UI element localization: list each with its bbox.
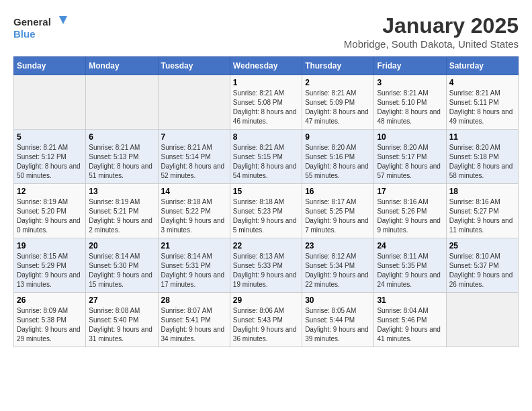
day-header-monday: Monday (86, 57, 158, 75)
svg-text:General: General (13, 16, 51, 28)
calendar-cell: 23Sunrise: 8:12 AMSunset: 5:34 PMDayligh… (302, 238, 374, 293)
calendar-cell: 28Sunrise: 8:07 AMSunset: 5:41 PMDayligh… (158, 293, 230, 347)
day-number: 11 (449, 132, 515, 142)
calendar-cell: 16Sunrise: 8:17 AMSunset: 5:25 PMDayligh… (302, 184, 374, 238)
svg-text:Blue: Blue (13, 28, 36, 40)
day-info: Sunrise: 8:19 AMSunset: 5:21 PMDaylight:… (89, 197, 154, 235)
calendar-week-4: 19Sunrise: 8:15 AMSunset: 5:29 PMDayligh… (14, 238, 519, 293)
day-header-thursday: Thursday (302, 57, 374, 75)
day-info: Sunrise: 8:07 AMSunset: 5:41 PMDaylight:… (161, 306, 227, 344)
day-number: 6 (89, 132, 154, 142)
calendar-cell: 17Sunrise: 8:16 AMSunset: 5:26 PMDayligh… (374, 184, 446, 238)
day-info: Sunrise: 8:14 AMSunset: 5:30 PMDaylight:… (89, 252, 154, 289)
day-number: 15 (233, 187, 299, 196)
day-number: 4 (449, 78, 515, 87)
day-number: 29 (233, 295, 299, 305)
calendar-cell: 5Sunrise: 8:21 AMSunset: 5:12 PMDaylight… (14, 130, 86, 184)
day-number: 16 (305, 187, 371, 196)
day-number: 1 (233, 78, 299, 87)
day-number: 26 (17, 295, 83, 305)
day-info: Sunrise: 8:11 AMSunset: 5:35 PMDaylight:… (377, 252, 443, 289)
day-number: 12 (17, 187, 83, 196)
calendar-cell: 20Sunrise: 8:14 AMSunset: 5:30 PMDayligh… (86, 238, 158, 293)
calendar-cell: 29Sunrise: 8:06 AMSunset: 5:43 PMDayligh… (230, 293, 302, 347)
calendar-cell (158, 75, 230, 130)
day-header-friday: Friday (374, 57, 446, 75)
calendar-cell: 8Sunrise: 8:21 AMSunset: 5:15 PMDaylight… (230, 130, 302, 184)
day-number: 13 (89, 187, 154, 196)
day-number: 18 (449, 187, 515, 196)
day-info: Sunrise: 8:16 AMSunset: 5:26 PMDaylight:… (377, 197, 443, 235)
day-header-wednesday: Wednesday (230, 57, 302, 75)
day-number: 22 (233, 241, 299, 250)
day-info: Sunrise: 8:21 AMSunset: 5:11 PMDaylight:… (449, 89, 515, 126)
header: General Blue January 2025 Mobridge, Sout… (13, 13, 519, 50)
day-info: Sunrise: 8:12 AMSunset: 5:34 PMDaylight:… (305, 252, 371, 289)
calendar-cell: 18Sunrise: 8:16 AMSunset: 5:27 PMDayligh… (446, 184, 518, 238)
day-number: 7 (161, 132, 227, 142)
calendar-cell: 11Sunrise: 8:20 AMSunset: 5:18 PMDayligh… (446, 130, 518, 184)
day-info: Sunrise: 8:21 AMSunset: 5:12 PMDaylight:… (17, 143, 83, 181)
calendar-cell (446, 293, 518, 347)
day-info: Sunrise: 8:21 AMSunset: 5:10 PMDaylight:… (377, 89, 443, 126)
day-number: 27 (89, 295, 154, 305)
calendar-cell: 10Sunrise: 8:20 AMSunset: 5:17 PMDayligh… (374, 130, 446, 184)
main-title: January 2025 (344, 13, 519, 38)
day-info: Sunrise: 8:09 AMSunset: 5:38 PMDaylight:… (17, 306, 83, 344)
calendar-cell: 22Sunrise: 8:13 AMSunset: 5:33 PMDayligh… (230, 238, 302, 293)
calendar-cell: 24Sunrise: 8:11 AMSunset: 5:35 PMDayligh… (374, 238, 446, 293)
calendar-cell: 19Sunrise: 8:15 AMSunset: 5:29 PMDayligh… (14, 238, 86, 293)
calendar-cell: 31Sunrise: 8:04 AMSunset: 5:46 PMDayligh… (374, 293, 446, 347)
day-info: Sunrise: 8:15 AMSunset: 5:29 PMDaylight:… (17, 252, 83, 289)
day-number: 14 (161, 187, 227, 196)
day-info: Sunrise: 8:06 AMSunset: 5:43 PMDaylight:… (233, 306, 299, 344)
day-info: Sunrise: 8:21 AMSunset: 5:13 PMDaylight:… (89, 143, 154, 181)
day-info: Sunrise: 8:16 AMSunset: 5:27 PMDaylight:… (449, 197, 515, 235)
day-info: Sunrise: 8:20 AMSunset: 5:16 PMDaylight:… (305, 143, 371, 181)
day-info: Sunrise: 8:20 AMSunset: 5:18 PMDaylight:… (449, 143, 515, 181)
calendar-cell: 3Sunrise: 8:21 AMSunset: 5:10 PMDaylight… (374, 75, 446, 130)
day-info: Sunrise: 8:19 AMSunset: 5:20 PMDaylight:… (17, 197, 83, 235)
day-info: Sunrise: 8:21 AMSunset: 5:09 PMDaylight:… (305, 89, 371, 126)
day-number: 10 (377, 132, 443, 142)
calendar-cell: 15Sunrise: 8:18 AMSunset: 5:23 PMDayligh… (230, 184, 302, 238)
day-info: Sunrise: 8:21 AMSunset: 5:15 PMDaylight:… (233, 143, 299, 181)
day-info: Sunrise: 8:08 AMSunset: 5:40 PMDaylight:… (89, 306, 154, 344)
calendar-cell (14, 75, 86, 130)
day-info: Sunrise: 8:17 AMSunset: 5:25 PMDaylight:… (305, 197, 371, 235)
subtitle: Mobridge, South Dakota, United States (344, 38, 519, 50)
day-info: Sunrise: 8:10 AMSunset: 5:37 PMDaylight:… (449, 252, 515, 289)
day-number: 19 (17, 241, 83, 250)
day-number: 24 (377, 241, 443, 250)
calendar-cell: 7Sunrise: 8:21 AMSunset: 5:14 PMDaylight… (158, 130, 230, 184)
day-number: 23 (305, 241, 371, 250)
day-number: 30 (305, 295, 371, 305)
calendar-week-1: 1Sunrise: 8:21 AMSunset: 5:08 PMDaylight… (14, 75, 519, 130)
calendar-cell: 12Sunrise: 8:19 AMSunset: 5:20 PMDayligh… (14, 184, 86, 238)
day-header-sunday: Sunday (14, 57, 86, 75)
day-number: 21 (161, 241, 227, 250)
day-number: 8 (233, 132, 299, 142)
calendar-cell: 30Sunrise: 8:05 AMSunset: 5:44 PMDayligh… (302, 293, 374, 347)
day-info: Sunrise: 8:14 AMSunset: 5:31 PMDaylight:… (161, 252, 227, 289)
calendar-cell: 4Sunrise: 8:21 AMSunset: 5:11 PMDaylight… (446, 75, 518, 130)
day-header-tuesday: Tuesday (158, 57, 230, 75)
day-number: 17 (377, 187, 443, 196)
calendar-cell: 14Sunrise: 8:18 AMSunset: 5:22 PMDayligh… (158, 184, 230, 238)
day-number: 9 (305, 132, 371, 142)
logo-svg: General Blue (13, 13, 67, 43)
calendar-week-2: 5Sunrise: 8:21 AMSunset: 5:12 PMDaylight… (14, 130, 519, 184)
day-info: Sunrise: 8:13 AMSunset: 5:33 PMDaylight:… (233, 252, 299, 289)
day-info: Sunrise: 8:05 AMSunset: 5:44 PMDaylight:… (305, 306, 371, 344)
logo: General Blue (13, 13, 67, 43)
day-info: Sunrise: 8:18 AMSunset: 5:22 PMDaylight:… (161, 197, 227, 235)
day-number: 20 (89, 241, 154, 250)
day-number: 25 (449, 241, 515, 250)
calendar-table: SundayMondayTuesdayWednesdayThursdayFrid… (13, 56, 519, 347)
day-info: Sunrise: 8:18 AMSunset: 5:23 PMDaylight:… (233, 197, 299, 235)
calendar-cell: 6Sunrise: 8:21 AMSunset: 5:13 PMDaylight… (86, 130, 158, 184)
calendar-cell: 2Sunrise: 8:21 AMSunset: 5:09 PMDaylight… (302, 75, 374, 130)
day-number: 2 (305, 78, 371, 87)
day-header-saturday: Saturday (446, 57, 518, 75)
svg-marker-2 (59, 16, 67, 24)
